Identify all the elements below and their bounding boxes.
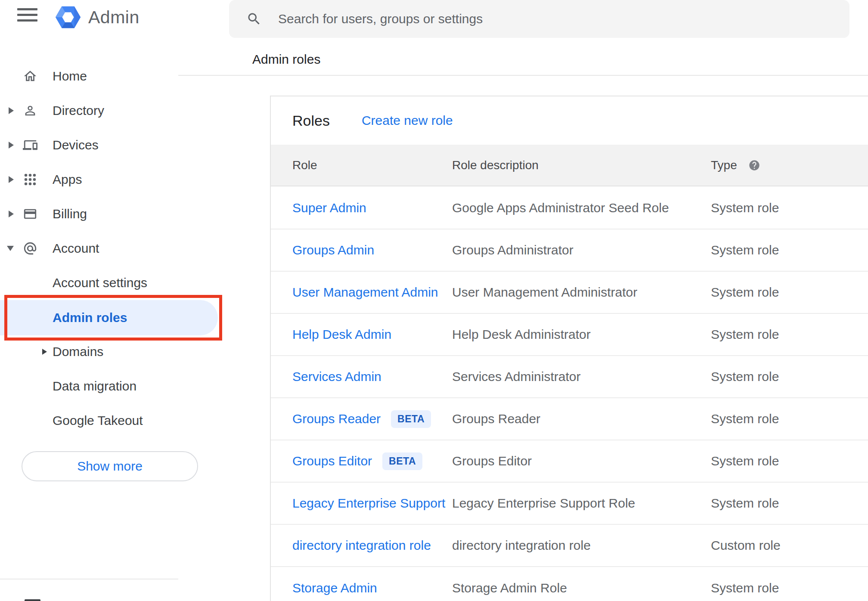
role-type: System role [711,581,779,595]
expand-arrow-icon[interactable] [9,176,14,183]
create-new-role-link[interactable]: Create new role [362,113,453,128]
devices-icon [23,138,37,152]
show-more-button[interactable]: Show more [22,451,198,481]
sidebar-item-google-takeout[interactable]: Google Takeout [0,403,178,438]
sidebar-item-label: Home [53,69,87,84]
role-type: System role [711,243,779,257]
role-link[interactable]: directory integration role [292,538,431,553]
sidebar-item-directory[interactable]: Directory [0,93,178,128]
role-description: Groups Editor [452,454,532,468]
sidebar-item-account[interactable]: Account [0,231,178,266]
column-header-role: Role [292,158,317,172]
sidebar-item-domains[interactable]: Domains [0,335,178,369]
role-link[interactable]: Services Admin [292,369,381,384]
role-link[interactable]: Groups Editor [292,454,372,468]
role-link[interactable]: Super Admin [292,201,366,215]
role-description: directory integration role [452,538,591,553]
beta-badge: BETA [382,452,422,470]
role-description: User Management Administrator [452,285,637,300]
admin-hexagon-logo-icon [55,4,81,31]
sidebar-bottom-divider [0,579,178,579]
role-link[interactable]: Groups Reader [292,412,381,426]
annotation-highlight-box [4,295,222,341]
role-description: Services Administrator [452,369,580,384]
sidebar-item-data-migration[interactable]: Data migration [0,369,178,403]
table-row: Super Admin Google Apps Administrator Se… [271,187,868,229]
at-sign-icon [23,241,37,256]
panel-title: Roles [292,112,330,129]
role-description: Groups Reader [452,412,540,426]
role-type: System role [711,201,779,215]
credit-card-icon [23,207,37,221]
sidebar-item-label: Directory [53,103,104,118]
roles-panel-header: Roles Create new role [271,96,868,145]
sidebar-item-home[interactable]: Home [0,59,178,93]
sidebar-item-label: Account settings [53,276,147,290]
search-bar[interactable] [229,0,849,38]
table-row: Groups Editor BETA Groups Editor System … [271,440,868,483]
partial-bottom-icon [25,599,40,601]
table-row: Help Desk Admin Help Desk Administrator … [271,314,868,356]
role-link[interactable]: Groups Admin [292,243,374,257]
table-row: Groups Reader BETA Groups Reader System … [271,398,868,440]
sidebar-item-label: Account [53,241,99,256]
role-description: Groups Administrator [452,243,574,257]
apps-grid-icon [23,172,37,187]
role-type: System role [711,327,779,342]
person-icon [23,103,37,118]
sidebar: Admin Home Directory Devices Apps Billin… [0,0,178,601]
role-type: Custom role [711,538,781,553]
hamburger-menu-icon[interactable] [17,8,37,22]
role-link[interactable]: Help Desk Admin [292,327,391,342]
table-row: Legacy Enterprise Support Legacy Enterpr… [271,483,868,525]
sidebar-item-label: Apps [53,172,82,187]
expand-arrow-icon[interactable] [42,349,47,355]
sidebar-item-label: Data migration [53,379,136,393]
sidebar-item-label: Domains [53,344,103,359]
collapse-arrow-icon[interactable] [7,246,14,251]
table-row: Services Admin Services Administrator Sy… [271,356,868,398]
role-description: Legacy Enterprise Support Role [452,496,635,511]
product-name: Admin [88,7,140,28]
header-divider [178,75,868,76]
home-icon [23,69,37,84]
role-type: System role [711,496,779,511]
table-row: Storage Admin Storage Admin Role System … [271,567,868,601]
role-description: Storage Admin Role [452,581,567,595]
role-type: System role [711,369,779,384]
column-header-type: Type [711,158,737,172]
role-description: Help Desk Administrator [452,327,591,342]
table-header-row: Role Role description Type [271,145,868,186]
role-link[interactable]: Legacy Enterprise Support [292,496,445,511]
admin-logo: Admin [55,3,140,31]
role-type: System role [711,285,779,300]
sidebar-item-devices[interactable]: Devices [0,128,178,162]
search-input[interactable] [278,0,838,38]
role-type: System role [711,412,779,426]
column-header-description: Role description [452,158,539,172]
table-row: directory integration role directory int… [271,525,868,567]
beta-badge: BETA [391,410,431,428]
role-link[interactable]: Storage Admin [292,581,377,595]
sidebar-item-label: Google Takeout [53,413,143,428]
sidebar-item-billing[interactable]: Billing [0,197,178,231]
breadcrumb: Admin roles [252,52,320,67]
sidebar-item-label: Devices [53,138,99,152]
expand-arrow-icon[interactable] [9,107,14,114]
roles-panel: Roles Create new role Role Role descript… [270,96,868,601]
role-type: System role [711,454,779,468]
expand-arrow-icon[interactable] [9,142,14,149]
help-icon[interactable] [748,159,760,171]
table-row: Groups Admin Groups Administrator System… [271,229,868,272]
role-link[interactable]: User Management Admin [292,285,438,300]
expand-arrow-icon[interactable] [9,211,14,217]
table-row: User Management Admin User Management Ad… [271,272,868,314]
role-description: Google Apps Administrator Seed Role [452,201,669,215]
search-icon [246,11,262,27]
sidebar-item-label: Billing [53,207,87,221]
sidebar-item-apps[interactable]: Apps [0,162,178,197]
